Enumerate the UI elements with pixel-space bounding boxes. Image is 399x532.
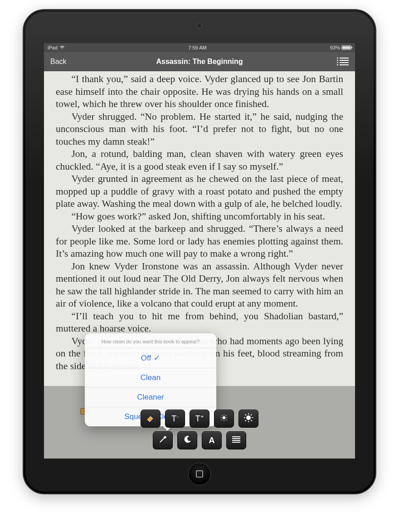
reader-toolbar: T- T+ xyxy=(141,410,258,449)
brightness-down-button[interactable] xyxy=(214,410,234,428)
magic-wand-button[interactable] xyxy=(153,431,173,449)
popover-title: How clean do you want this book to appea… xyxy=(85,333,216,348)
paragraph: Vyder looked at the barkeep and shrugged… xyxy=(56,223,343,260)
svg-line-17 xyxy=(251,414,252,415)
paragraph: Jon knew Vyder Ironstone was an assassin… xyxy=(56,260,343,310)
svg-point-0 xyxy=(223,416,225,419)
font-family-label: A xyxy=(209,436,215,445)
svg-line-16 xyxy=(245,420,246,421)
font-family-button[interactable]: A xyxy=(202,431,222,449)
svg-line-8 xyxy=(226,415,227,416)
status-bar: iPad 7:59 AM 93% xyxy=(44,43,355,52)
brightness-down-icon xyxy=(220,414,228,424)
ipad-camera xyxy=(197,24,202,28)
justify-button[interactable] xyxy=(226,431,246,449)
brightness-up-button[interactable] xyxy=(238,410,258,428)
font-increase-label: T+ xyxy=(195,414,204,424)
home-button[interactable] xyxy=(188,463,211,485)
paragraph: Jon, a rotund, balding man, clean shaven… xyxy=(56,148,343,173)
clock: 7:59 AM xyxy=(188,45,206,50)
paragraph: Vyder grunted in agreement as he chewed … xyxy=(56,173,343,210)
moon-icon xyxy=(183,435,191,446)
check-icon: ✓ xyxy=(154,354,160,362)
font-increase-button[interactable]: T+ xyxy=(190,410,209,428)
clean-option-clean[interactable]: Clean xyxy=(85,368,216,387)
battery-percent: 93% xyxy=(330,45,340,50)
carrier-label: iPad xyxy=(48,45,58,50)
font-decrease-label: T- xyxy=(171,414,179,424)
magic-wand-icon xyxy=(158,435,167,446)
screen: iPad 7:59 AM 93% Back Assassin: The Begi… xyxy=(44,43,355,459)
svg-line-5 xyxy=(222,415,223,416)
svg-line-15 xyxy=(251,420,252,421)
wifi-icon xyxy=(59,45,65,50)
battery-icon xyxy=(341,45,351,50)
paragraph: “I’ll teach you to hit me from behind, y… xyxy=(56,310,343,335)
paragraph: Vyder shrugged. “No problem. He started … xyxy=(56,111,343,148)
paragraph: “How goes work?” asked Jon, shifting unc… xyxy=(56,210,343,223)
svg-line-14 xyxy=(245,414,246,415)
back-button[interactable]: Back xyxy=(50,58,78,66)
svg-line-6 xyxy=(226,419,227,420)
navigation-bar: Back Assassin: The Beginning xyxy=(44,52,355,71)
justify-icon xyxy=(232,436,241,445)
ipad-device-frame: iPad 7:59 AM 93% Back Assassin: The Begi… xyxy=(23,9,376,494)
list-icon xyxy=(340,58,349,65)
paragraph: “I thank you,” said a deep voice. Vyder … xyxy=(56,73,343,111)
book-title: Assassin: The Beginning xyxy=(78,58,321,66)
svg-point-9 xyxy=(246,415,250,420)
toc-button[interactable] xyxy=(321,58,349,65)
svg-line-7 xyxy=(222,419,223,420)
clean-option-cleaner[interactable]: Cleaner xyxy=(85,387,216,407)
font-decrease-button[interactable]: T- xyxy=(165,410,185,428)
brightness-up-icon xyxy=(243,413,253,425)
clean-filter-button[interactable] xyxy=(141,410,161,428)
night-mode-button[interactable] xyxy=(177,431,197,449)
clean-option-off[interactable]: Off✓ xyxy=(85,348,216,368)
